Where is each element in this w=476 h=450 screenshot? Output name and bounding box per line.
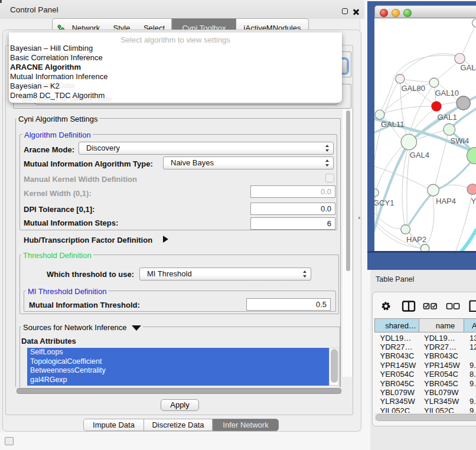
svg-text:Y: Y (471, 197, 476, 206)
svg-text:GCY1: GCY1 (374, 198, 394, 207)
svg-text:GAL4: GAL4 (410, 151, 429, 159)
svg-text:GAL80: GAL80 (401, 84, 425, 93)
svg-text:GAL11: GAL11 (381, 120, 405, 129)
svg-text:GAL1: GAL1 (438, 113, 457, 122)
svg-text:SWI4: SWI4 (451, 136, 470, 145)
svg-text:HAP2: HAP2 (406, 235, 426, 244)
svg-text:GAL10: GAL10 (435, 89, 459, 97)
svg-text:HAP4: HAP4 (436, 197, 456, 206)
svg-text:GAL7: GAL7 (461, 63, 476, 72)
